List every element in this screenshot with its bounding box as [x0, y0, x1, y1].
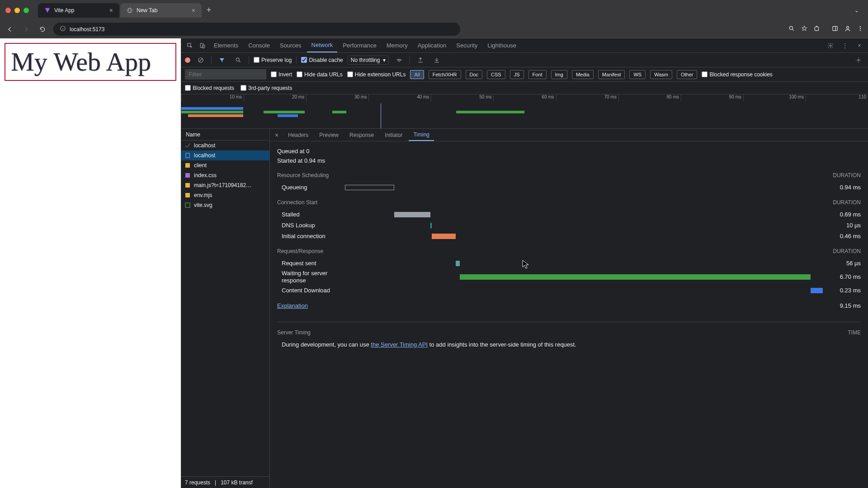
detail-tab-initiator[interactable]: Initiator	[380, 130, 407, 141]
requests-count: 7 requests	[185, 479, 210, 486]
tab-application[interactable]: Application	[413, 39, 451, 52]
request-list-footer: 7 requests | 107 kB transf	[181, 476, 269, 488]
browser-tab-newtab[interactable]: New Tab ×	[120, 3, 202, 18]
tab-sources[interactable]: Sources	[275, 39, 306, 52]
url-right-icons	[788, 25, 820, 33]
window-maximize[interactable]	[24, 8, 29, 13]
timing-total: Explanation 9.15 ms	[277, 302, 861, 309]
tab-performance[interactable]: Performance	[338, 39, 381, 52]
js-icon	[185, 163, 190, 168]
window-close[interactable]	[5, 8, 11, 13]
detail-tab-response[interactable]: Response	[345, 130, 378, 141]
preserve-log-checkbox[interactable]	[254, 57, 259, 63]
globe-icon	[127, 7, 133, 14]
type-pill-other[interactable]: Other	[677, 70, 698, 79]
more-icon[interactable]: ⋮	[839, 40, 851, 52]
network-overview[interactable]: 10 ms 20 ms 30 ms 40 ms 50 ms 60 ms 70 m…	[181, 94, 868, 129]
request-item[interactable]: index.css	[181, 170, 269, 180]
url-bar[interactable]: localhost:5173	[53, 23, 460, 36]
tab-lighthouse[interactable]: Lighthouse	[483, 39, 521, 52]
timing-row-waiting: Waiting for server response 6.70 ms	[277, 269, 861, 285]
chevron-down-icon[interactable]: ⌄	[851, 5, 863, 15]
disable-cache-check[interactable]: Disable cache	[301, 57, 343, 63]
network-settings-icon[interactable]	[853, 54, 864, 66]
forward-button[interactable]	[21, 24, 32, 35]
ruler-tick: 50 ms	[431, 94, 493, 102]
type-pill-ws[interactable]: WS	[629, 70, 646, 79]
tab-security[interactable]: Security	[452, 39, 482, 52]
menu-icon[interactable]	[857, 25, 863, 33]
zoom-icon[interactable]	[788, 25, 795, 33]
tab-memory[interactable]: Memory	[382, 39, 412, 52]
inspect-element-icon[interactable]	[184, 40, 196, 52]
device-toggle-icon[interactable]	[197, 40, 208, 52]
network-conditions-icon[interactable]	[393, 54, 405, 66]
clear-icon[interactable]	[195, 54, 207, 66]
type-pill-fetch[interactable]: Fetch/XHR	[429, 70, 461, 79]
detail-tab-timing[interactable]: Timing	[409, 129, 434, 141]
type-pill-manifest[interactable]: Manifest	[598, 70, 625, 79]
bookmark-icon[interactable]	[801, 25, 807, 33]
request-item[interactable]: client	[181, 160, 269, 170]
tab-close-icon[interactable]: ×	[192, 7, 195, 14]
site-info-icon[interactable]	[60, 25, 66, 33]
request-item[interactable]: localhost	[181, 150, 269, 160]
download-icon[interactable]	[431, 54, 443, 66]
server-timing-api-link[interactable]: the Server Timing API	[371, 341, 428, 348]
upload-icon[interactable]	[415, 54, 426, 66]
type-pill-media[interactable]: Media	[572, 70, 594, 79]
type-pill-all[interactable]: All	[410, 70, 424, 79]
detail-tab-headers[interactable]: Headers	[283, 130, 313, 141]
request-item[interactable]: env.mjs	[181, 190, 269, 200]
search-icon[interactable]	[232, 54, 244, 66]
ruler-tick: 40 ms	[368, 94, 431, 102]
request-item[interactable]: vite.svg	[181, 200, 269, 210]
third-party-check[interactable]: 3rd-party requests	[241, 85, 292, 91]
type-pill-font[interactable]: Font	[528, 70, 547, 79]
browser-tab-vite[interactable]: Vite App ×	[38, 3, 119, 18]
tab-console[interactable]: Console	[244, 39, 274, 52]
svg-point-24	[858, 59, 859, 61]
preserve-log-check[interactable]: Preserve log	[254, 57, 292, 63]
timing-row-stalled: Stalled 0.69 ms	[277, 209, 861, 220]
doc-icon	[185, 153, 190, 158]
request-list-header[interactable]: Name	[181, 129, 269, 141]
back-button[interactable]	[5, 24, 15, 35]
ruler-tick: 100 ms	[743, 94, 806, 102]
explanation-link[interactable]: Explanation	[277, 302, 308, 309]
settings-icon[interactable]	[825, 40, 836, 52]
hide-ext-urls-check[interactable]: Hide extension URLs	[347, 71, 406, 78]
blocked-requests-check[interactable]: Blocked requests	[185, 85, 234, 91]
profile-icon[interactable]	[844, 25, 851, 33]
record-button[interactable]	[185, 57, 190, 63]
type-pill-wasm[interactable]: Wasm	[650, 70, 672, 79]
type-pill-img[interactable]: Img	[551, 70, 567, 79]
request-item[interactable]: main.js?t=171094182…	[181, 180, 269, 190]
url-toolbar: localhost:5173	[0, 20, 868, 38]
invert-check[interactable]: Invert	[271, 71, 292, 78]
type-pill-js[interactable]: JS	[510, 70, 524, 79]
tab-network[interactable]: Network	[307, 38, 338, 52]
request-item[interactable]: localhost	[181, 141, 269, 150]
hide-data-urls-check[interactable]: Hide data URLs	[297, 71, 343, 78]
new-tab-button[interactable]: +	[203, 4, 215, 17]
throttling-select[interactable]: No throttling ▾	[348, 56, 389, 65]
panel-icon[interactable]	[832, 25, 838, 33]
detail-close-icon[interactable]: ×	[272, 131, 282, 139]
detail-tabs: × Headers Preview Response Initiator Tim…	[270, 129, 868, 141]
extensions-icon[interactable]	[814, 25, 820, 33]
filter-input[interactable]	[185, 69, 266, 80]
page-title: My Web App	[11, 47, 170, 76]
filter-icon[interactable]	[216, 54, 228, 66]
disable-cache-checkbox[interactable]	[301, 57, 307, 63]
js-icon	[185, 183, 190, 188]
blocked-cookies-check[interactable]: Blocked response cookies	[702, 71, 772, 78]
tab-close-icon[interactable]: ×	[109, 7, 113, 14]
tab-elements[interactable]: Elements	[209, 39, 243, 52]
type-pill-doc[interactable]: Doc	[466, 70, 483, 79]
devtools-close-icon[interactable]: ×	[854, 40, 865, 52]
detail-tab-preview[interactable]: Preview	[315, 130, 343, 141]
window-minimize[interactable]	[14, 8, 20, 13]
reload-button[interactable]	[37, 24, 48, 35]
type-pill-css[interactable]: CSS	[487, 70, 505, 79]
